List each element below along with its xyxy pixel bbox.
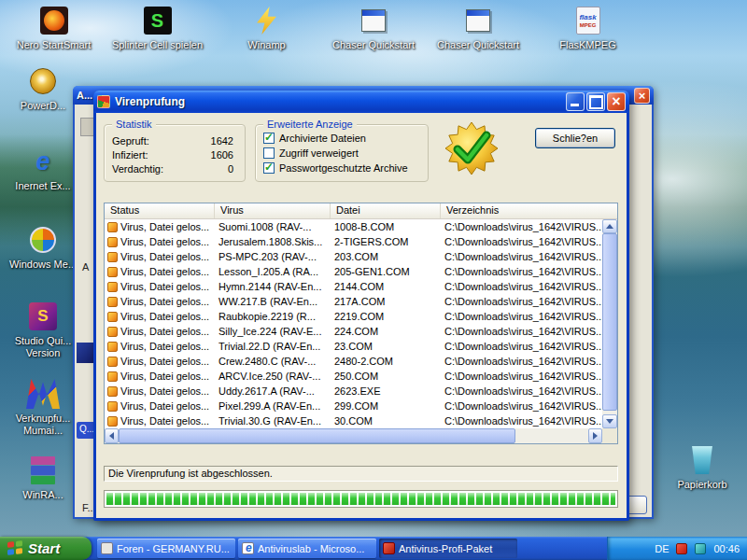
table-row[interactable]: Virus, Datei gelos... Trivial.22.D (RAV-…: [105, 339, 602, 354]
column-header-status[interactable]: Status: [105, 203, 215, 218]
cell-status: Virus, Datei gelos...: [105, 266, 215, 277]
column-header-virus[interactable]: Virus: [215, 203, 331, 218]
desktop-icon-label: PowerD...: [6, 100, 80, 112]
horizontal-scrollbar[interactable]: [105, 428, 602, 443]
task-icon: [383, 542, 395, 554]
desktop-icon-label: Winamp: [227, 39, 306, 51]
checkbox-option[interactable]: Archivierte Dateien: [256, 131, 428, 146]
scroll-right-icon[interactable]: [588, 428, 602, 443]
background-window-close-icon[interactable]: [634, 88, 650, 104]
taskbar-task-button[interactable]: Antivirus-Profi-Paket: [379, 539, 517, 558]
cell-verzeichnis: C:\Downloads\virus_1642\VIRUS...: [441, 385, 602, 397]
table-row[interactable]: Virus, Datei gelos... ARCV.Ice.250 (RAV-…: [105, 369, 602, 384]
scroll-up-icon[interactable]: [602, 219, 617, 233]
checkbox[interactable]: [263, 147, 275, 159]
statistic-value: 1606: [211, 149, 233, 161]
taskbar-clock[interactable]: 00:46: [713, 543, 740, 554]
checkbox-label: Passwortgeschutzte Archive: [279, 162, 408, 174]
horizontal-scroll-thumb[interactable]: [119, 428, 515, 443]
virus-file-icon: [107, 237, 118, 247]
cell-status: Virus, Datei gelos...: [105, 371, 215, 382]
cell-verzeichnis: C:\Downloads\virus_1642\VIRUS...: [441, 296, 602, 307]
table-row[interactable]: Virus, Datei gelos... Uddy.2617.A (RAV-.…: [105, 384, 602, 399]
desktop-icon-label: Chaser Quickstart: [329, 39, 418, 51]
statistic-row: Verdachtig: 0: [105, 161, 245, 175]
desktop-icon-verknuepfung[interactable]: Verknupfu... Mumai...: [6, 378, 80, 436]
cell-verzeichnis: C:\Downloads\virus_1642\VIRUS...: [441, 236, 602, 247]
scroll-down-icon[interactable]: [602, 414, 617, 428]
checkbox[interactable]: [263, 162, 275, 174]
column-header-datei[interactable]: Datei: [331, 203, 441, 218]
close-icon[interactable]: [607, 92, 626, 111]
table-row[interactable]: Virus, Datei gelos... Trivial.30.G (RAV-…: [105, 413, 602, 428]
statistic-label: Gepruft:: [112, 135, 149, 147]
studio-icon: [6, 301, 80, 332]
vertical-scrollbar[interactable]: [602, 219, 617, 428]
maximize-icon[interactable]: [586, 92, 605, 111]
table-row[interactable]: Virus, Datei gelos... Pixel.299.A (RAV-E…: [105, 399, 602, 413]
virus-scan-dialog: Virenprufung Statistik Gepruft: 1642 Inf…: [93, 91, 629, 521]
table-row[interactable]: Virus, Datei gelos... WW.217.B (RAV-En..…: [105, 294, 602, 309]
desktop-icon-label: Studio Qui... Version: [6, 335, 80, 358]
task-icon: [101, 542, 113, 554]
checkbox-option[interactable]: Passwortgeschutzte Archive: [256, 161, 428, 175]
desktop-icon-internet-explorer[interactable]: Inernet Ex...: [6, 146, 80, 192]
taskbar: Start Foren - GERMANY.RU... Antiviruslab…: [0, 537, 747, 560]
statistic-label: Verdachtig:: [112, 163, 163, 175]
desktop-icon-studio[interactable]: Studio Qui... Version: [6, 301, 80, 358]
cell-status: Virus, Datei gelos...: [105, 296, 215, 307]
checkbox-option[interactable]: Zugriff verweigert: [256, 146, 428, 161]
cell-verzeichnis: C:\Downloads\virus_1642\VIRUS...: [441, 251, 602, 262]
statistics-groupbox: Statistik Gepruft: 1642 Infiziert: 1606 …: [104, 124, 246, 182]
cell-datei: 2144.COM: [331, 281, 441, 292]
table-row[interactable]: Virus, Datei gelos... Suomi.1008 (RAV-..…: [105, 219, 602, 234]
taskbar-task-button[interactable]: Antiviruslab - Microso...: [238, 539, 376, 558]
table-row[interactable]: Virus, Datei gelos... Jerusalem.1808.Ski…: [105, 234, 602, 249]
desktop-icon-windows-media[interactable]: Windows Me...: [6, 224, 80, 271]
cell-verzeichnis: C:\Downloads\virus_1642\VIRUS...: [441, 400, 602, 412]
table-row[interactable]: Virus, Datei gelos... Hymn.2144 (RAV-En.…: [105, 279, 602, 294]
system-tray: DE 00:46: [607, 537, 747, 560]
taskbar-tasks: Foren - GERMANY.RU... Antiviruslab - Mic…: [92, 537, 607, 560]
desktop-icon-winrar[interactable]: WinRA...: [6, 455, 80, 501]
vertical-scroll-thumb[interactable]: [602, 233, 617, 411]
desktop-icon-flaskmpeg[interactable]: FlasKMPEG: [543, 5, 632, 51]
column-header-verzeichnis[interactable]: Verzeichnis: [441, 203, 617, 218]
minimize-icon[interactable]: [566, 92, 585, 111]
desktop-icon-powerdvd[interactable]: PowerD...: [6, 65, 80, 112]
table-row[interactable]: Virus, Datei gelos... Raubkopie.2219 (R.…: [105, 309, 602, 324]
desktop-icon-chaser-quickstart-2[interactable]: Chaser Quickstart: [433, 5, 523, 51]
table-row[interactable]: Virus, Datei gelos... Silly_Ice.224 (RAV…: [105, 324, 602, 339]
tray-status-icon[interactable]: [695, 543, 706, 554]
desktop-icon-recycle-bin[interactable]: Papierkorb: [663, 444, 741, 491]
cell-status: Virus, Datei gelos...: [105, 415, 215, 427]
groupbox-title: Erweiterte Anzeige: [263, 119, 357, 130]
start-button[interactable]: Start: [0, 537, 92, 560]
table-row[interactable]: Virus, Datei gelos... Crew.2480.C (RAV-.…: [105, 354, 602, 369]
cell-virus: Crew.2480.C (RAV-...: [215, 356, 331, 367]
statistic-label: Infiziert:: [112, 149, 148, 161]
desktop-icon-label: Splinter Cell spielen: [109, 39, 205, 51]
virus-file-icon: [107, 252, 118, 262]
groupbox-title: Statistik: [112, 119, 156, 130]
table-row[interactable]: Virus, Datei gelos... Lesson_I.205.A (RA…: [105, 264, 602, 279]
desktop-icon-winamp[interactable]: Winamp: [227, 5, 306, 51]
desktop-icon-splinter-cell[interactable]: Splinter Cell spielen: [109, 5, 205, 51]
cell-datei: 203.COM: [331, 251, 441, 262]
scroll-left-icon[interactable]: [105, 428, 119, 443]
tray-antivirus-icon[interactable]: [676, 543, 687, 554]
checkbox-label: Archivierte Dateien: [279, 133, 366, 144]
statistic-value: 0: [228, 163, 233, 175]
desktop-icon-chaser-quickstart-1[interactable]: Chaser Quickstart: [329, 5, 418, 51]
language-indicator[interactable]: DE: [655, 543, 669, 554]
table-row[interactable]: Virus, Datei gelos... PS-MPC.203 (RAV-..…: [105, 249, 602, 264]
task-label: Antiviruslab - Microso...: [258, 543, 373, 554]
cell-datei: 2-TIGERS.COM: [331, 236, 441, 247]
cell-verzeichnis: C:\Downloads\virus_1642\VIRUS...: [441, 266, 602, 277]
desktop-icon-nero-startsmart[interactable]: Nero StartSmart: [9, 5, 98, 51]
schliessen-button[interactable]: Schlie?en: [535, 128, 615, 148]
checkbox[interactable]: [263, 133, 275, 144]
dialog-client-area: Statistik Gepruft: 1642 Infiziert: 1606 …: [96, 113, 627, 518]
taskbar-task-button[interactable]: Foren - GERMANY.RU...: [97, 539, 235, 558]
dialog-titlebar[interactable]: Virenprufung: [93, 91, 629, 113]
